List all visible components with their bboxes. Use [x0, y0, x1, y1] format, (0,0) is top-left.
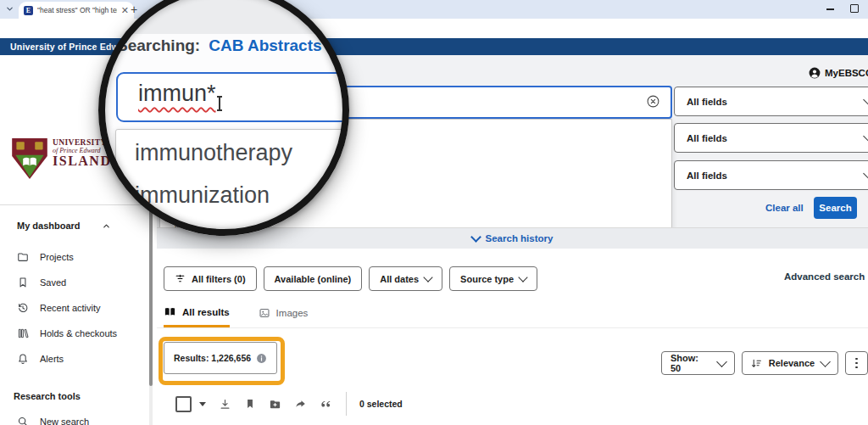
filter-icon	[175, 273, 186, 284]
window-maximize-button[interactable]	[850, 4, 859, 13]
chevron-down-icon	[423, 272, 432, 282]
all-dates-dropdown[interactable]: All dates	[369, 266, 442, 291]
tab-search-chevron-icon[interactable]	[5, 4, 14, 14]
filter-label: Available (online)	[275, 274, 352, 284]
logo-line-3: ISLAND	[53, 154, 111, 169]
bookmark-icon	[17, 277, 29, 288]
source-type-dropdown[interactable]: Source type	[449, 266, 537, 291]
sidebar-item-label: Alerts	[40, 354, 64, 364]
toolbar-divider	[346, 392, 347, 416]
institution-name: University of Prince Edw	[10, 42, 119, 52]
library-books-icon	[17, 327, 29, 339]
more-options-button[interactable]	[845, 351, 868, 375]
results-count-box: Results: 1,226,656	[164, 342, 277, 374]
image-icon	[259, 307, 270, 319]
tab-images[interactable]: Images	[259, 307, 309, 326]
window-minimize-button[interactable]	[826, 8, 834, 10]
folder-icon	[17, 251, 29, 263]
bell-icon	[17, 353, 29, 365]
select-all-checkbox[interactable]	[175, 396, 192, 412]
sidebar-divider	[0, 204, 146, 205]
add-to-folder-icon[interactable]	[269, 398, 281, 411]
search-icon	[17, 416, 29, 425]
magnified-search-input[interactable]: immun*	[116, 72, 346, 122]
history-clock-icon	[17, 302, 29, 314]
tab-all-results[interactable]: All results	[164, 305, 230, 327]
all-filters-button[interactable]: All filters (0)	[164, 266, 257, 291]
chevron-down-icon	[716, 356, 727, 367]
chevron-down-icon	[863, 168, 868, 179]
chevron-down-icon	[863, 131, 868, 142]
selected-count: 0 selected	[359, 399, 403, 409]
sidebar-item-alerts[interactable]: Alerts	[0, 348, 163, 370]
search-button[interactable]: Search	[814, 197, 857, 219]
sort-value: Relevance	[769, 358, 815, 368]
person-icon	[809, 67, 821, 79]
filter-label: Source type	[460, 274, 514, 284]
sidebar-item-projects[interactable]: Projects	[0, 246, 163, 268]
field-select-2[interactable]: All fields	[674, 123, 868, 153]
sidebar-item-new-search[interactable]: New search	[0, 411, 163, 425]
open-book-icon	[164, 305, 176, 318]
new-tab-button[interactable]: +	[131, 2, 137, 17]
screen: E "heat stress" OR "high tempera ✕ + ← →…	[0, 0, 868, 425]
sidebar-item-label: Projects	[40, 252, 74, 262]
bookmark-icon[interactable]	[244, 398, 256, 410]
search-history-bar: Search history	[157, 228, 868, 249]
field-select-1[interactable]: All fields	[674, 87, 868, 116]
search-query-text: immun*	[138, 81, 216, 107]
results-tab-row: All results Images	[164, 305, 308, 327]
chevron-up-icon[interactable]	[102, 221, 111, 231]
autocomplete-suggestion[interactable]: immunization	[135, 182, 270, 209]
clear-input-icon[interactable]	[646, 94, 660, 109]
sidebar-item-saved[interactable]: Saved	[0, 271, 163, 294]
field-select-value: All fields	[687, 97, 727, 107]
sidebar-item-label: Saved	[40, 277, 66, 288]
text-cursor-ibeam	[216, 96, 223, 111]
sidebar-item-label: New search	[40, 417, 89, 425]
tab-label: All results	[182, 307, 230, 317]
field-select-value: All fields	[687, 133, 727, 143]
autocomplete-suggestion[interactable]: immunotherapy	[135, 140, 292, 166]
myebsco-label: MyEBSCO	[825, 68, 868, 78]
browser-tab-strip: E "heat stress" OR "high tempera ✕ +	[0, 0, 868, 19]
share-icon[interactable]	[294, 398, 307, 411]
filter-label: All filters (0)	[192, 274, 246, 284]
results-controls: Show: 50 Relevance	[661, 351, 868, 375]
cite-quote-icon[interactable]	[320, 398, 332, 411]
chevron-down-icon	[820, 356, 831, 367]
available-online-button[interactable]: Available (online)	[264, 266, 363, 291]
chevron-down-icon	[518, 272, 527, 282]
sidebar-item-recent-activity[interactable]: Recent activity	[0, 297, 163, 319]
selection-toolbar: 0 selected	[175, 392, 403, 416]
searching-prefix: Searching:	[117, 36, 200, 54]
clear-all-link[interactable]: Clear all	[765, 203, 804, 213]
show-per-page-dropdown[interactable]: Show: 50	[661, 351, 735, 375]
tab-label: Images	[276, 308, 309, 318]
ebsco-favicon-icon: E	[24, 6, 33, 15]
tab-title: "heat stress" OR "high tempera	[37, 6, 117, 14]
sort-dropdown[interactable]: Relevance	[742, 351, 838, 375]
sidebar-item-label: Recent activity	[40, 303, 101, 313]
my-dashboard-label[interactable]: My dashboard	[17, 221, 81, 231]
chevron-down-icon[interactable]	[470, 232, 481, 243]
magnified-searching-heading: Searching:CAB Abstracts wit	[117, 36, 346, 55]
research-tools-label: Research tools	[14, 391, 81, 401]
search-history-link[interactable]: Search history	[486, 233, 554, 243]
show-value: Show: 50	[670, 353, 711, 373]
download-icon[interactable]	[219, 398, 231, 411]
field-select-3[interactable]: All fields	[674, 160, 868, 190]
filter-pill-row: All filters (0) Available (online) All d…	[164, 266, 537, 291]
sidebar-scrollbar-thumb[interactable]	[149, 193, 153, 386]
sidebar-item-label: Holds & checkouts	[40, 328, 117, 338]
tab-close-icon[interactable]: ✕	[121, 6, 129, 15]
sidebar-item-holds-checkouts[interactable]: Holds & checkouts	[0, 322, 163, 344]
filter-label: All dates	[380, 274, 419, 284]
info-icon[interactable]	[256, 353, 267, 364]
browser-tab[interactable]: E "heat stress" OR "high tempera ✕	[19, 2, 134, 19]
sort-icon	[751, 358, 762, 369]
myebsco-button[interactable]: MyEBSCO	[809, 67, 868, 79]
tab-divider	[157, 327, 868, 328]
checkbox-caret-icon[interactable]	[199, 402, 206, 406]
advanced-search-link[interactable]: Advanced search	[784, 271, 865, 282]
